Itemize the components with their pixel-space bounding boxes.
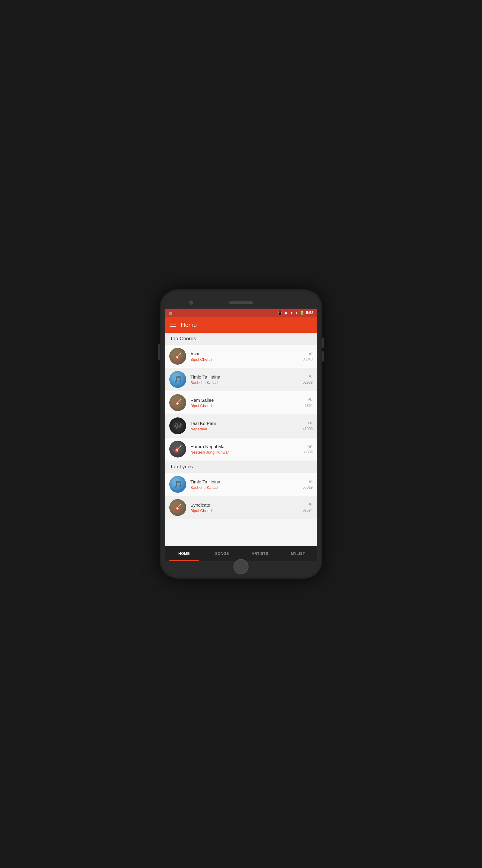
song-item-syndicate[interactable]: Syndicate Bipul Chettri 👁 68584 xyxy=(165,496,317,519)
song-artist-syndicate: Bipul Chettri xyxy=(190,508,303,513)
avatar-hamro-nepal-ma xyxy=(169,441,186,458)
top-chords-title: Top Chords xyxy=(170,336,196,341)
phone-bottom xyxy=(165,563,317,570)
wifi-icon: ▼ xyxy=(290,311,293,315)
view-count-taal-ko-pani: 41000 xyxy=(303,427,313,431)
menu-button[interactable] xyxy=(170,323,176,327)
song-item-hamro-nepal-ma[interactable]: Hamro Nepal Ma Neetesh Jung Kunwar 👁 383… xyxy=(165,438,317,461)
view-icon-asar: 👁 xyxy=(308,351,313,356)
song-artist-timle-ta-hoina: Bachchu Kailash xyxy=(190,485,303,490)
view-count-asar: 83043 xyxy=(303,357,313,361)
app-bar: Home xyxy=(165,317,317,333)
battery-icon: 🔋 xyxy=(300,311,304,315)
song-name-timle-ta-haina: Timle Ta Haina xyxy=(190,374,303,379)
avatar-image-syndicate xyxy=(169,499,186,516)
avatar-taal-ko-pani xyxy=(169,417,186,434)
top-lyrics-header: Top Lyrics xyxy=(165,461,317,473)
status-time: 5:52 xyxy=(306,311,313,315)
avatar-timle-ta-haina xyxy=(169,371,186,388)
avatar-image-timle-ta-hoina xyxy=(169,476,186,493)
nav-label-home: HOME xyxy=(178,552,190,556)
volume-down-button[interactable] xyxy=(322,351,324,362)
song-name-syndicate: Syndicate xyxy=(190,502,303,507)
front-camera xyxy=(189,301,193,305)
avatar-timle-ta-hoina xyxy=(169,476,186,493)
top-lyrics-title: Top Lyrics xyxy=(170,464,193,470)
nav-item-artists[interactable]: ARTISTS xyxy=(241,546,279,561)
song-stats-asar: 👁 83043 xyxy=(303,351,313,361)
song-artist-timle-ta-haina: Bachchu Kailash xyxy=(190,380,303,385)
notification-icon: 🤖 xyxy=(169,311,173,315)
phone-frame: 🤖 📳 ⏰ ▼ ▲ 🔋 5:52 Home Top xyxy=(160,289,322,579)
view-icon-timle-ta-hoina: 👁 xyxy=(308,479,313,485)
status-bar: 🤖 📳 ⏰ ▼ ▲ 🔋 5:52 xyxy=(165,309,317,317)
avatar-syndicate xyxy=(169,499,186,516)
vibrate-icon: 📳 xyxy=(278,311,282,315)
top-chords-header: Top Chords xyxy=(165,333,317,345)
page-title: Home xyxy=(181,321,197,329)
nav-item-songs[interactable]: SONGS xyxy=(203,546,241,561)
view-icon-hamro-nepal-ma: 👁 xyxy=(308,444,313,450)
song-item-ram-sailee[interactable]: Ram Sailee Bipul Chettri 👁 46864 xyxy=(165,391,317,414)
song-info-timle-ta-hoina: Timle Ta Hoina Bachchu Kailash xyxy=(190,479,303,490)
alarm-icon: ⏰ xyxy=(284,311,288,315)
song-info-syndicate: Syndicate Bipul Chettri xyxy=(190,502,303,513)
song-name-ram-sailee: Ram Sailee xyxy=(190,398,303,403)
song-info-taal-ko-pani: Taal Ko Pani Nepathya xyxy=(190,421,303,431)
song-item-timle-ta-hoina[interactable]: Timle Ta Hoina Bachchu Kailash 👁 68829 xyxy=(165,473,317,496)
nav-label-artists: ARTISTS xyxy=(252,552,268,556)
song-stats-taal-ko-pani: 👁 41000 xyxy=(303,421,313,431)
top-lyrics-list: Timle Ta Hoina Bachchu Kailash 👁 68829 S… xyxy=(165,473,317,519)
nav-item-mylist[interactable]: MYLIST xyxy=(279,546,317,561)
view-icon-syndicate: 👁 xyxy=(308,502,313,508)
power-button[interactable] xyxy=(158,344,160,360)
status-left: 🤖 xyxy=(169,311,173,315)
view-icon-timle-ta-haina: 👁 xyxy=(308,374,313,380)
view-icon-ram-sailee: 👁 xyxy=(308,398,313,403)
avatar-image-hamro-nepal-ma xyxy=(169,441,186,458)
earpiece-speaker xyxy=(229,301,253,304)
song-info-asar: Asar Bipul Chettri xyxy=(190,351,303,362)
view-count-timle-ta-hoina: 68829 xyxy=(303,485,313,490)
nav-item-home[interactable]: HOME xyxy=(165,546,203,561)
nav-label-mylist: MYLIST xyxy=(291,552,305,556)
song-artist-asar: Bipul Chettri xyxy=(190,357,303,362)
nav-label-songs: SONGS xyxy=(215,552,229,556)
song-name-timle-ta-hoina: Timle Ta Hoina xyxy=(190,479,303,484)
song-name-asar: Asar xyxy=(190,351,303,356)
top-chords-list: Asar Bipul Chettri 👁 83043 Timle Ta Hain… xyxy=(165,345,317,461)
song-artist-taal-ko-pani: Nepathya xyxy=(190,427,303,431)
song-stats-ram-sailee: 👁 46864 xyxy=(303,398,313,408)
view-icon-taal-ko-pani: 👁 xyxy=(308,421,313,426)
avatar-asar xyxy=(169,348,186,365)
song-stats-timle-ta-haina: 👁 62939 xyxy=(303,374,313,384)
song-name-taal-ko-pani: Taal Ko Pani xyxy=(190,421,303,426)
view-count-syndicate: 68584 xyxy=(303,508,313,513)
view-count-hamro-nepal-ma: 38336 xyxy=(303,450,313,454)
view-count-ram-sailee: 46864 xyxy=(303,404,313,408)
status-right: 📳 ⏰ ▼ ▲ 🔋 5:52 xyxy=(278,311,313,315)
volume-up-button[interactable] xyxy=(322,338,324,348)
song-name-hamro-nepal-ma: Hamro Nepal Ma xyxy=(190,444,303,449)
avatar-image-taal-ko-pani xyxy=(169,417,186,434)
song-info-hamro-nepal-ma: Hamro Nepal Ma Neetesh Jung Kunwar xyxy=(190,444,303,455)
song-stats-syndicate: 👁 68584 xyxy=(303,502,313,513)
avatar-image-ram-sailee xyxy=(169,394,186,411)
song-artist-ram-sailee: Bipul Chettri xyxy=(190,404,303,408)
song-item-timle-ta-haina[interactable]: Timle Ta Haina Bachchu Kailash 👁 62939 xyxy=(165,368,317,391)
song-info-timle-ta-haina: Timle Ta Haina Bachchu Kailash xyxy=(190,374,303,385)
phone-screen: 🤖 📳 ⏰ ▼ ▲ 🔋 5:52 Home Top xyxy=(165,309,317,561)
home-button[interactable] xyxy=(233,559,249,574)
main-content: Top Chords Asar Bipul Chettri 👁 83043 xyxy=(165,333,317,546)
avatar-ram-sailee xyxy=(169,394,186,411)
avatar-image-timle-ta-haina xyxy=(169,371,186,388)
avatar-image-asar xyxy=(169,348,186,365)
song-item-asar[interactable]: Asar Bipul Chettri 👁 83043 xyxy=(165,345,317,368)
phone-top-bar xyxy=(165,298,317,307)
song-stats-hamro-nepal-ma: 👁 38336 xyxy=(303,444,313,454)
view-count-timle-ta-haina: 62939 xyxy=(303,380,313,384)
song-artist-hamro-nepal-ma: Neetesh Jung Kunwar xyxy=(190,450,303,455)
song-stats-timle-ta-hoina: 👁 68829 xyxy=(303,479,313,490)
song-info-ram-sailee: Ram Sailee Bipul Chettri xyxy=(190,398,303,408)
song-item-taal-ko-pani[interactable]: Taal Ko Pani Nepathya 👁 41000 xyxy=(165,414,317,438)
